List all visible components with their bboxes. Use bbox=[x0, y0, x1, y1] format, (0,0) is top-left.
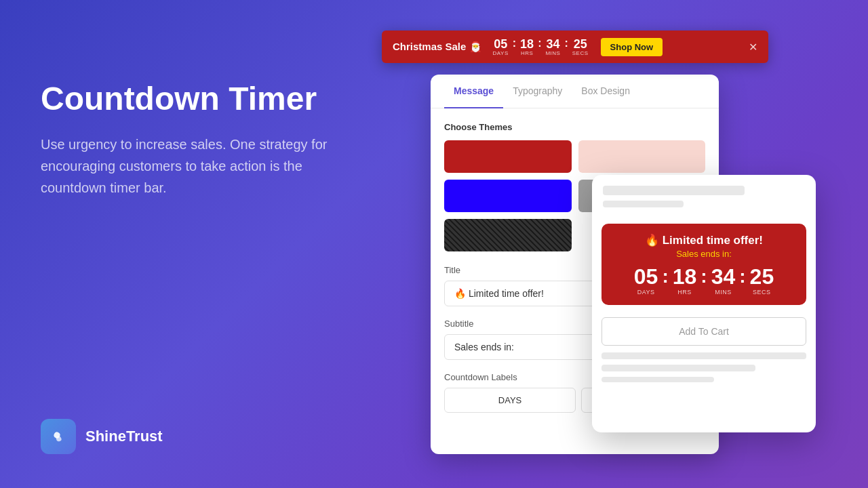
tab-typography[interactable]: Typography bbox=[503, 75, 572, 108]
product-header bbox=[592, 175, 816, 218]
time-secs-value: 25 bbox=[750, 266, 774, 287]
skeleton-full-1 bbox=[601, 352, 806, 359]
brand: ShineTrust bbox=[41, 419, 163, 454]
time-mins-label: MINS bbox=[715, 289, 732, 296]
countdown-timer-row: 05 DAYS : 18 HRS : 34 MINS : 25 SECS bbox=[612, 266, 795, 296]
time-block-hrs: 18 HRS bbox=[673, 266, 697, 296]
theme-swatch-dark[interactable] bbox=[444, 219, 572, 251]
time-block-secs: 25 SECS bbox=[750, 266, 774, 296]
time-days-value: 05 bbox=[634, 266, 658, 287]
left-section: Countdown Timer Use urgency to increase … bbox=[41, 81, 366, 199]
tab-box-design[interactable]: Box Design bbox=[572, 75, 639, 108]
shop-now-button[interactable]: Shop Now bbox=[601, 38, 663, 56]
notif-title: Christmas Sale 🎅 bbox=[393, 41, 482, 53]
notif-days-label: DAYS bbox=[493, 50, 509, 56]
notif-days-value: 05 bbox=[494, 38, 507, 50]
theme-swatch-blue[interactable] bbox=[444, 180, 572, 212]
time-colon-1: : bbox=[662, 266, 668, 296]
time-block-days: 05 DAYS bbox=[634, 266, 658, 296]
notif-mins-label: MINS bbox=[545, 50, 560, 56]
notif-timer: 05 DAYS : 18 HRS : 34 MINS : 25 SECS bbox=[493, 37, 589, 56]
days-label-input[interactable] bbox=[444, 388, 576, 413]
brand-icon bbox=[41, 419, 76, 454]
notif-hrs-value: 18 bbox=[520, 38, 534, 50]
time-colon-3: : bbox=[739, 266, 745, 296]
notif-colon-2: : bbox=[538, 37, 541, 56]
brand-name: ShineTrust bbox=[85, 428, 163, 445]
notif-secs-value: 25 bbox=[574, 38, 587, 50]
skeleton-medium-1 bbox=[601, 365, 755, 371]
time-mins-value: 34 bbox=[711, 266, 736, 287]
time-hrs-value: 18 bbox=[673, 266, 697, 287]
add-to-cart-button[interactable]: Add To Cart bbox=[601, 317, 806, 346]
product-footer bbox=[592, 352, 816, 382]
skeleton-small-1 bbox=[601, 377, 714, 382]
time-secs-label: SECS bbox=[753, 289, 771, 296]
notif-hrs-block: 18 HRS bbox=[520, 38, 534, 56]
theme-swatch-red[interactable] bbox=[444, 140, 572, 173]
tab-message[interactable]: Message bbox=[444, 75, 503, 108]
countdown-card: 🔥 Limited time offer! Sales ends in: 05 … bbox=[601, 224, 806, 305]
theme-swatch-pink[interactable] bbox=[578, 140, 706, 173]
time-days-label: DAYS bbox=[637, 289, 655, 296]
skeleton-title bbox=[603, 186, 745, 195]
page-title: Countdown Timer bbox=[41, 81, 366, 117]
notif-days-block: 05 DAYS bbox=[493, 38, 509, 56]
notif-secs-block: 25 SECS bbox=[572, 38, 589, 56]
notification-bar: Christmas Sale 🎅 05 DAYS : 18 HRS : 34 M… bbox=[382, 30, 768, 63]
notif-secs-label: SECS bbox=[572, 50, 589, 56]
notif-colon-1: : bbox=[513, 37, 516, 56]
tabs-container: Message Typography Box Design bbox=[431, 75, 719, 108]
notif-hrs-label: HRS bbox=[521, 50, 533, 56]
countdown-card-subtitle: Sales ends in: bbox=[612, 249, 795, 259]
time-block-mins: 34 MINS bbox=[711, 266, 736, 296]
product-panel: 🔥 Limited time offer! Sales ends in: 05 … bbox=[592, 175, 816, 432]
skeleton-short bbox=[603, 201, 684, 207]
notif-mins-value: 34 bbox=[546, 38, 559, 50]
choose-themes-label: Choose Themes bbox=[444, 122, 705, 132]
page-description: Use urgency to increase sales. One strat… bbox=[41, 134, 339, 199]
notif-colon-3: : bbox=[564, 37, 568, 56]
countdown-card-title: 🔥 Limited time offer! bbox=[612, 233, 795, 247]
close-icon[interactable]: ✕ bbox=[749, 41, 757, 54]
time-hrs-label: HRS bbox=[677, 289, 692, 296]
time-colon-2: : bbox=[701, 266, 707, 296]
notif-mins-block: 34 MINS bbox=[545, 38, 560, 56]
